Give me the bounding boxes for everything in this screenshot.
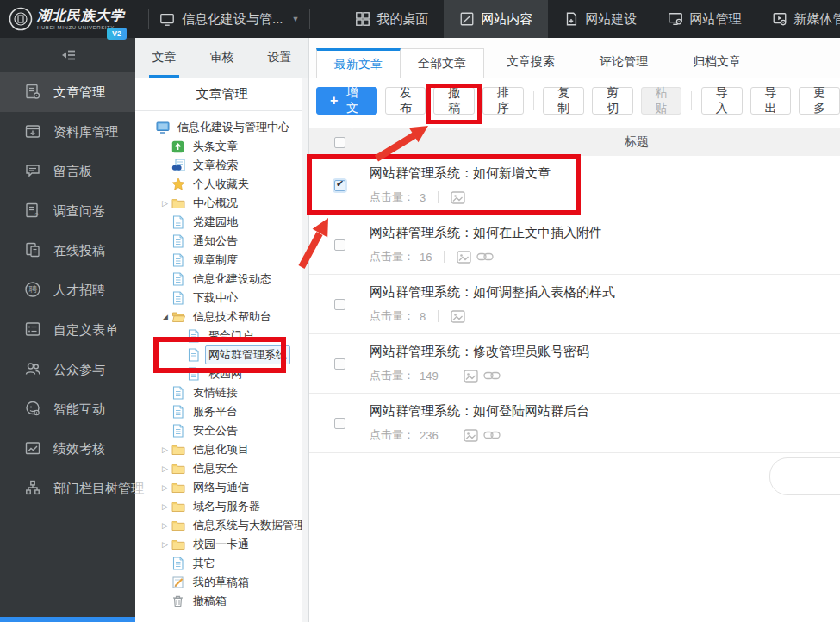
tree-node[interactable]: ▷域名与服务器 (135, 497, 308, 516)
article-row[interactable]: 网站群管理系统：如何新增文章点击量：3 (308, 156, 840, 215)
tree-node[interactable]: 其它 (135, 554, 308, 573)
tree-node[interactable]: 规章制度 (135, 251, 308, 270)
title-column-header: 标题 (358, 134, 840, 150)
article-row[interactable]: 网站群管理系统：如何调整插入表格的样式点击量：8 (308, 275, 840, 334)
topnav-site-manage[interactable]: 网站管理 (652, 0, 756, 38)
tree-node[interactable]: ▷信息化项目 (135, 440, 308, 459)
content-tab[interactable]: 全部文章 (401, 48, 484, 78)
publish-button[interactable]: 发布 (385, 87, 426, 115)
tree-node[interactable]: ▷中心概况 (135, 194, 308, 213)
tree-node[interactable]: 友情链接 (135, 383, 308, 402)
tree-node[interactable]: 安全公告 (135, 421, 308, 440)
revoke-button[interactable]: 撤稿 (433, 87, 475, 115)
tree-node[interactable]: 下载中心 (135, 289, 308, 308)
tree-node[interactable]: 我的草稿箱 (135, 573, 308, 592)
sidebar-item-article-management[interactable]: 文章管理 (0, 72, 135, 112)
tree-expander[interactable]: ▷ (159, 445, 171, 454)
sidebar-item-recruitment[interactable]: 聘人才招聘 (0, 271, 135, 310)
topnav-site-build[interactable]: 网站建设 (548, 0, 652, 38)
article-row[interactable]: 网站群管理系统：如何在正文中插入附件点击量：16 (308, 215, 840, 275)
paste-button: 粘贴 (641, 87, 682, 115)
new-article-button[interactable]: +新增文章 (316, 87, 377, 115)
tree-node[interactable]: 校园网 (135, 364, 308, 383)
sidebar-item-library-management[interactable]: 资料库管理 (0, 112, 135, 152)
sidebar-item-performance-review[interactable]: 绩效考核 (0, 429, 135, 469)
folder-icon (171, 462, 185, 476)
sidebar-item-public-participation[interactable]: 公众参与 (0, 350, 135, 389)
panel-tab[interactable]: 审核 (193, 38, 251, 78)
copy-button[interactable]: 复制 (543, 87, 584, 115)
tree-expander[interactable]: ▷ (159, 199, 171, 208)
tree-expander[interactable]: ▷ (159, 464, 171, 473)
sidebar-item-label: 留言板 (53, 164, 92, 180)
topnav-new-media[interactable]: 新媒体管理 (756, 0, 840, 38)
tree-scrollbar[interactable] (302, 78, 308, 622)
trash-icon (171, 594, 185, 608)
tree-node[interactable]: 撤稿箱 (135, 592, 308, 611)
sidebar-item-department-tree[interactable]: 部门栏目树管理 (0, 469, 135, 508)
tree-node[interactable]: 服务平台 (135, 402, 308, 421)
row-checkbox[interactable] (334, 418, 345, 429)
tree-node[interactable]: 聚合门户 (135, 327, 308, 345)
content-tab[interactable]: 归档文章 (675, 47, 758, 78)
sidebar-item-smart-interaction[interactable]: 智能互动 (0, 389, 135, 429)
tree-expander[interactable]: ◢ (159, 313, 171, 321)
tree-node-label: 下载中心 (190, 289, 241, 308)
tree-node[interactable]: ▷信息系统与大数据管理 (135, 516, 308, 535)
row-checkbox[interactable] (334, 299, 345, 310)
topnav-my-desktop[interactable]: 我的桌面 (339, 0, 444, 38)
sidebar-item-label: 绩效考核 (53, 441, 105, 457)
row-checkbox[interactable] (334, 180, 345, 191)
tree-expander[interactable]: ▷ (159, 521, 171, 530)
tree-expander[interactable]: ▷ (159, 540, 171, 549)
site-selector-dropdown[interactable]: 信息化建设与管... ▼ (159, 11, 299, 28)
content-tab[interactable]: 文章搜索 (489, 47, 572, 78)
article-row[interactable]: 网站群管理系统：如何登陆网站群后台点击量：236 (308, 394, 840, 453)
article-row[interactable]: 网站群管理系统：修改管理员账号密码点击量：149 (308, 334, 840, 394)
topnav-site-content[interactable]: 网站内容 (444, 0, 548, 38)
select-all-checkbox[interactable] (334, 137, 345, 148)
tree-node[interactable]: ◢信息技术帮助台 (135, 308, 308, 327)
sidebar-item-message-board[interactable]: 留言板 (0, 152, 135, 191)
floating-widget[interactable] (769, 457, 840, 495)
tree-expander[interactable]: ▷ (159, 502, 171, 511)
export-button[interactable]: 导出 (750, 87, 792, 115)
site-selector-label: 信息化建设与管... (182, 11, 283, 28)
folder-icon (171, 443, 185, 457)
row-checkbox[interactable] (334, 239, 345, 251)
panel-tab[interactable]: 文章 (135, 38, 193, 78)
collapse-sidebar-button[interactable] (0, 38, 135, 72)
more-button[interactable]: 更多 (799, 87, 840, 115)
tree-node[interactable]: 通知公告 (135, 232, 308, 251)
tree-node[interactable]: 信息化建设动态 (135, 270, 308, 289)
meta-divider (444, 251, 445, 263)
doc-icon (171, 272, 185, 286)
sidebar-item-survey[interactable]: ?调查问卷 (0, 191, 135, 231)
sidebar-item-online-submission[interactable]: 在线投稿 (0, 231, 135, 271)
row-checkbox[interactable] (334, 358, 345, 370)
tree-node[interactable]: ▷校园一卡通 (135, 535, 308, 554)
svg-text:?: ? (34, 210, 38, 218)
content-tab[interactable]: 评论管理 (582, 47, 665, 78)
sidebar-item-custom-form[interactable]: 自定义表单 (0, 310, 135, 350)
tree-node[interactable]: ▷网络与通信 (135, 478, 308, 497)
tree-node-label: 校园网 (205, 364, 246, 383)
tree-node[interactable]: 信息化建设与管理中心 (135, 118, 308, 137)
tree-node[interactable]: 头条文章 (135, 137, 308, 156)
tree-node-label: 我的草稿箱 (190, 573, 252, 592)
tree-node[interactable]: 党建园地 (135, 213, 308, 232)
doc-icon (171, 215, 185, 229)
tree-node[interactable]: 文章检索 (135, 156, 308, 175)
tree-expander[interactable]: ▷ (159, 483, 171, 492)
sort-button[interactable]: 排序 (482, 87, 524, 115)
tree-node[interactable]: 个人收藏夹 (135, 175, 308, 194)
folder-icon (171, 538, 185, 551)
import-button[interactable]: 导入 (701, 87, 743, 115)
panel-tab[interactable]: 设置 (251, 38, 308, 78)
cut-button[interactable]: 剪切 (592, 87, 633, 115)
tree-node-label: 信息化项目 (190, 440, 252, 459)
tree-node[interactable]: ▷信息安全 (135, 459, 308, 478)
svg-text:聘: 聘 (29, 284, 38, 294)
topnav-label: 网站管理 (689, 11, 741, 28)
tree-node-selected[interactable]: 网站群管理系统 (135, 345, 308, 364)
